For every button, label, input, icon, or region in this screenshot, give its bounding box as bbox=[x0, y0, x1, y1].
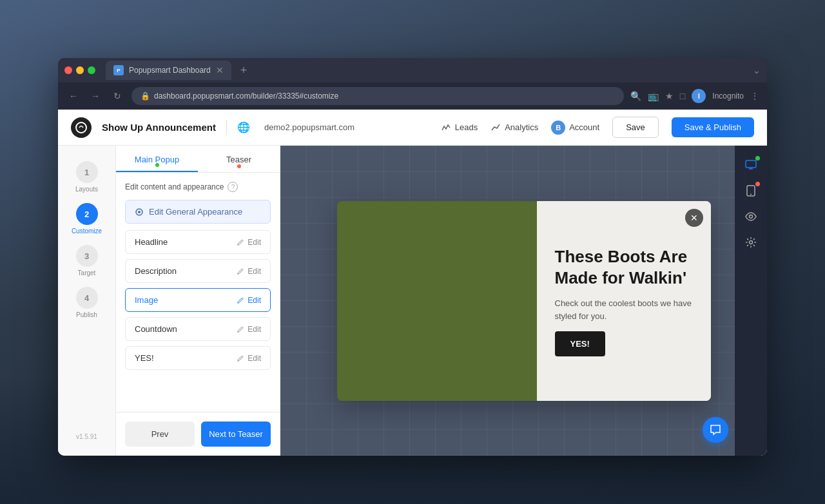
yes-label: YES! bbox=[135, 353, 154, 363]
step-publish[interactable]: 4 Publish bbox=[76, 287, 98, 318]
panel-tabs: Main Popup Teaser bbox=[116, 146, 280, 173]
profile-icon[interactable]: □ bbox=[680, 91, 685, 101]
eye-icon bbox=[745, 212, 757, 221]
description-label: Description bbox=[135, 266, 177, 276]
prev-button[interactable]: Prev bbox=[125, 422, 195, 447]
step-3-label: Target bbox=[78, 269, 96, 276]
countdown-row[interactable]: Countdown Edit bbox=[125, 317, 271, 341]
mobile-icon bbox=[746, 185, 755, 197]
close-button[interactable] bbox=[64, 66, 72, 74]
user-avatar-badge[interactable]: I bbox=[692, 89, 706, 103]
leads-label: Leads bbox=[455, 122, 478, 132]
edit-icon-4 bbox=[237, 325, 244, 333]
panel-content: Edit content and appearance ? Edit Gener… bbox=[116, 173, 280, 412]
header-right: Leads Analytics B Account Save Save & Pu… bbox=[441, 117, 754, 138]
panel-footer: Prev Next to Teaser bbox=[116, 412, 280, 456]
step-customize[interactable]: 2 Customize bbox=[72, 203, 102, 235]
cast-icon[interactable]: 📺 bbox=[648, 91, 659, 101]
maximize-button[interactable] bbox=[88, 66, 95, 74]
step-4-label: Publish bbox=[76, 311, 97, 318]
address-bar-icons: 🔍 📺 ★ □ I Incognito ⋮ bbox=[630, 89, 759, 103]
svg-rect-3 bbox=[337, 201, 537, 401]
more-options-icon[interactable]: ⋮ bbox=[750, 91, 759, 101]
desktop-status-dot bbox=[755, 156, 760, 160]
popup-preview: ✕ These Boots Are Made for Walkin' Check… bbox=[337, 201, 711, 401]
forward-button[interactable]: → bbox=[88, 88, 103, 104]
account-nav[interactable]: B Account bbox=[551, 121, 599, 135]
help-icon[interactable]: ? bbox=[228, 182, 238, 192]
chat-icon bbox=[710, 424, 721, 436]
popup-cta-button[interactable]: YES! bbox=[555, 331, 605, 356]
svg-rect-14 bbox=[437, 320, 469, 375]
mobile-view-button[interactable] bbox=[739, 179, 762, 202]
edit-icon-5 bbox=[237, 354, 244, 362]
app-logo bbox=[71, 117, 92, 138]
yes-row[interactable]: YES! Edit bbox=[125, 346, 271, 370]
address-input[interactable]: 🔒 dashboard.popupsmart.com/builder/33335… bbox=[131, 87, 624, 105]
headline-edit-action[interactable]: Edit bbox=[237, 238, 261, 247]
tab-teaser[interactable]: Teaser bbox=[198, 146, 280, 172]
save-publish-button[interactable]: Save & Publish bbox=[672, 117, 754, 137]
minimize-button[interactable] bbox=[76, 66, 84, 74]
leads-nav[interactable]: Leads bbox=[441, 122, 478, 133]
popup-description: Check out the coolest boots we have styl… bbox=[555, 297, 693, 322]
incognito-label: Incognito bbox=[712, 92, 744, 101]
bookmark-icon[interactable]: ★ bbox=[665, 91, 674, 101]
edit-general-appearance-button[interactable]: Edit General Appearance bbox=[125, 200, 271, 224]
popup-image bbox=[337, 201, 537, 401]
analytics-nav[interactable]: Analytics bbox=[490, 122, 538, 133]
header-divider bbox=[226, 120, 227, 135]
yes-edit-action[interactable]: Edit bbox=[237, 354, 261, 363]
search-icon[interactable]: 🔍 bbox=[630, 91, 641, 101]
image-row[interactable]: Image Edit bbox=[125, 288, 271, 312]
step-layouts[interactable]: 1 Layouts bbox=[75, 161, 98, 193]
refresh-button[interactable]: ↻ bbox=[110, 88, 125, 104]
popup-image-svg bbox=[337, 201, 537, 401]
settings-button[interactable] bbox=[739, 231, 762, 254]
tab-main-popup[interactable]: Main Popup bbox=[116, 146, 198, 172]
right-toolbar bbox=[735, 146, 767, 456]
headline-row[interactable]: Headline Edit bbox=[125, 230, 271, 254]
tab-close-icon[interactable]: ✕ bbox=[216, 65, 224, 75]
popup-close-button[interactable]: ✕ bbox=[685, 209, 703, 227]
svg-point-5 bbox=[397, 211, 535, 294]
svg-rect-16 bbox=[429, 369, 500, 385]
svg-point-23 bbox=[750, 194, 752, 195]
leads-icon bbox=[441, 122, 451, 133]
svg-rect-15 bbox=[432, 333, 497, 346]
tab-favicon: P bbox=[113, 65, 124, 75]
image-edit-action[interactable]: Edit bbox=[237, 296, 261, 305]
step-target[interactable]: 3 Target bbox=[76, 245, 98, 276]
analytics-label: Analytics bbox=[505, 122, 538, 132]
preview-button[interactable] bbox=[739, 205, 762, 228]
editor-panel: Main Popup Teaser Edit content and appea… bbox=[116, 146, 280, 456]
next-to-teaser-button[interactable]: Next to Teaser bbox=[201, 422, 271, 447]
svg-point-24 bbox=[750, 215, 753, 218]
countdown-label: Countdown bbox=[135, 324, 177, 334]
new-tab-button[interactable]: + bbox=[237, 64, 251, 77]
back-button[interactable]: ← bbox=[66, 88, 81, 104]
desktop-view-button[interactable] bbox=[739, 153, 762, 177]
desktop-icon bbox=[745, 159, 757, 171]
chat-button[interactable] bbox=[703, 417, 728, 443]
canvas-area: ✕ These Boots Are Made for Walkin' Check… bbox=[280, 146, 767, 456]
svg-point-6 bbox=[340, 201, 462, 259]
svg-point-25 bbox=[750, 241, 753, 244]
section-title: Edit content and appearance ? bbox=[125, 182, 271, 192]
tab-bar-right: ⌄ bbox=[753, 65, 761, 75]
description-edit-action[interactable]: Edit bbox=[237, 267, 261, 276]
version-label: v1.5.91 bbox=[76, 433, 97, 440]
step-2-label: Customize bbox=[72, 228, 102, 235]
svg-point-7 bbox=[357, 222, 510, 334]
app-header: Show Up Announcement 🌐 demo2.popupsmart.… bbox=[58, 110, 767, 146]
save-button[interactable]: Save bbox=[612, 117, 659, 138]
svg-point-4 bbox=[369, 201, 537, 296]
traffic-lights bbox=[64, 66, 95, 74]
account-label: Account bbox=[569, 122, 599, 132]
main-popup-status-dot bbox=[155, 163, 159, 167]
countdown-edit-action[interactable]: Edit bbox=[237, 325, 261, 334]
browser-window: P Popupsmart Dashboard ✕ + ⌄ ← → ↻ 🔒 das… bbox=[58, 58, 767, 456]
description-row[interactable]: Description Edit bbox=[125, 259, 271, 283]
browser-tab[interactable]: P Popupsmart Dashboard ✕ bbox=[106, 61, 231, 80]
account-avatar: B bbox=[551, 121, 565, 135]
